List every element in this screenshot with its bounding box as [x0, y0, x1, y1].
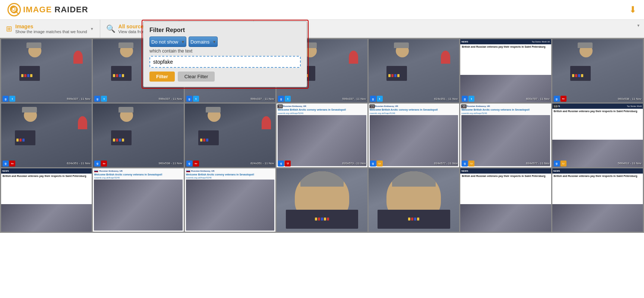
news-header-bar: NEWS [552, 168, 643, 174]
svg-line-2 [16, 11, 18, 13]
embassy-link: rusemb.org.uk/fnapr/5246 [186, 177, 274, 179]
image-meta: 599x337 - 11 Nov [67, 97, 90, 101]
news-headline: British and Russian veterans pay their r… [554, 175, 641, 178]
badge-itv: itv [561, 96, 566, 102]
uk-flag [94, 169, 98, 172]
filter-popup-border: Filter Report Do not show Show only Doma… [142, 20, 309, 89]
count-badge: 36 [461, 104, 467, 108]
image-meta: 624x351 - 11 Nov [434, 97, 458, 101]
badge-google: g [554, 161, 560, 167]
toolbar-images[interactable]: ⊞ Images Show the image matches that we … [0, 20, 100, 38]
table-row[interactable]: Russian Embassy, UK Welcome British Arct… [185, 168, 275, 232]
filter-text-input[interactable] [149, 56, 301, 68]
news-headline: British and Russian veterans pay their r… [554, 110, 641, 113]
action-select[interactable]: Do not show Show only [149, 37, 186, 47]
embassy-title: Welcome British Arctic convoy veterans i… [370, 108, 458, 111]
news-header-bar: NEWS Top StoriesWorld [552, 104, 643, 109]
table-row[interactable]: NEWS Top StoriesWorldUK British and Russ… [460, 39, 551, 102]
embassy-header: Russian Embassy, UK [278, 105, 366, 108]
grid-icon: ⊞ [6, 24, 12, 33]
badge-twitter: t [377, 96, 383, 102]
image-meta: 624x351 - 11 Nov [67, 162, 90, 165]
image-meta: 566x612 - 11 Nov [618, 162, 641, 165]
table-row[interactable]: Russian Embassy, UK Welcome British Arct… [369, 104, 459, 167]
embassy-title: Welcome British Arctic convoy veterans i… [278, 108, 366, 111]
download-icon[interactable]: ⬇ [629, 4, 637, 15]
news-header-bar: NEWS Top StoriesWorldUK [460, 39, 551, 44]
table-row[interactable]: g t 599x337 - 11 Nov [1, 39, 92, 102]
count-badge: 13 [553, 104, 559, 108]
toolbar: ⊞ Images Show the image matches that we … [0, 20, 644, 38]
image-meta: 599x337 - 11 Nov [250, 97, 274, 101]
embassy-image [278, 115, 366, 166]
image-overlay: g itv 960x538 - 11 Nov [552, 95, 643, 102]
image-grid: g t 599x337 - 11 Nov g t 599x337 - 11 No… [0, 38, 644, 233]
image-overlay: g t 599x337 - 11 Nov [185, 95, 275, 102]
table-row[interactable]: Russian Embassy, UK Welcome British Arct… [277, 104, 367, 167]
action-select-wrapper: Do not show Show only [149, 37, 186, 47]
clear-filter-button[interactable]: Clear Filter [178, 72, 215, 82]
table-row[interactable]: NEWS British and Russian veterans pay th… [460, 168, 551, 232]
table-row[interactable]: Russian Embassy, UK Welcome British Arct… [460, 104, 551, 167]
embassy-name: Russian Embassy, UK [283, 105, 306, 107]
image-meta: 624x577 - 11 Nov [434, 162, 458, 165]
image-overlay: g Li 566x612 - 11 Nov [552, 160, 643, 167]
toolbar-more-arrow[interactable]: ▼ [633, 20, 644, 38]
image-meta: 960x538 - 11 Nov [618, 97, 641, 101]
image-overlay: g Li 624x577 - 11 Nov [460, 160, 551, 167]
embassy-header: Russian Embassy, UK [370, 105, 458, 108]
embassy-title: Welcome British Arctic convoy veterans i… [186, 173, 274, 176]
badge-google: g [3, 161, 9, 167]
image-overlay: g U 620x573 - 11 Nov [277, 160, 367, 167]
count-badge: 13 [369, 104, 375, 108]
embassy-name: Russian Embassy, UK [191, 170, 215, 172]
table-row[interactable]: Russian Embassy, UK Welcome British Arct… [93, 168, 183, 232]
badge-itv: itv [9, 161, 15, 167]
badge-twitter: t [285, 96, 291, 102]
image-meta: 960x538 - 11 Nov [159, 162, 182, 165]
uk-flag [186, 169, 190, 172]
table-row[interactable]: NEWS British and Russian veterans pay th… [552, 168, 643, 232]
news-image [1, 204, 92, 232]
badge-google: g [94, 161, 100, 167]
badge-google: g [186, 96, 192, 102]
badge-google: g [370, 161, 376, 167]
embassy-name: Russian Embassy, UK [99, 170, 123, 172]
news-headline: British and Russian veterans pay their r… [3, 175, 90, 178]
badge-li: Li [468, 161, 474, 167]
badge-google: g [278, 96, 284, 102]
badge-google: g [554, 96, 560, 102]
table-row[interactable]: g itv 624x351 - 11 Nov [1, 104, 92, 167]
logo-text: IMAGE RAIDER [23, 5, 88, 15]
filter-popup-title: Filter Report [149, 27, 301, 34]
news-image [552, 204, 643, 232]
filter-button[interactable]: Filter [149, 72, 175, 82]
image-meta: 624x351 - 11 Nov [250, 162, 274, 165]
table-row[interactable]: g t 624x351 - 11 Nov [369, 39, 459, 102]
badge-li: Li [561, 161, 566, 167]
images-sub: Show the image matches that we found [15, 29, 87, 34]
table-row[interactable]: NEWS British and Russian veterans pay th… [1, 168, 92, 232]
table-row[interactable]: g itv 624x351 - 11 Nov [185, 104, 275, 167]
embassy-title: Welcome British Arctic convoy veterans i… [94, 173, 182, 176]
embassy-image [370, 115, 458, 166]
embassy-name: Russian Embassy, UK [467, 105, 490, 107]
image-overlay: g t 599x337 - 11 Nov [1, 95, 92, 102]
count-badge: 38 [277, 104, 283, 108]
filter-popup-wrapper: Filter Report Do not show Show only Doma… [142, 20, 309, 89]
badge-google: g [278, 161, 284, 167]
table-row[interactable] [277, 168, 367, 232]
field-select[interactable]: Domains URLs Titles [189, 37, 218, 47]
embassy-name: Russian Embassy, UK [375, 105, 398, 107]
embassy-header: Russian Embassy, UK [94, 169, 182, 172]
badge-li: Li [377, 161, 383, 167]
image-meta: 620x573 - 11 Nov [342, 162, 366, 165]
table-row[interactable]: NEWS Top StoriesWorld British and Russia… [552, 104, 643, 167]
image-overlay: g t 599x337 - 11 Nov [93, 95, 183, 102]
table-row[interactable] [369, 168, 459, 232]
table-row[interactable]: g itv 960x538 - 11 Nov [93, 104, 183, 167]
image-overlay: g t 600x787 - 11 Nov [460, 95, 551, 102]
badge-google: g [462, 96, 468, 102]
table-row[interactable]: g itv 960x538 - 11 Nov [552, 39, 643, 102]
embassy-link: rusemb.org.uk/fnapr/5246 [94, 177, 182, 179]
